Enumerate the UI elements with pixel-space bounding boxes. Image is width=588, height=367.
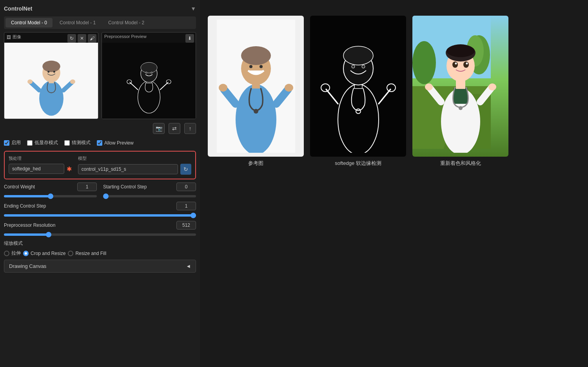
preprocessor-label-text: 预处理 xyxy=(9,155,72,161)
svg-point-32 xyxy=(260,65,263,68)
tab-control-model-1[interactable]: Control Model - 1 xyxy=(54,18,101,27)
preproc-resolution-slider[interactable] xyxy=(4,233,196,236)
svg-rect-34 xyxy=(319,20,397,153)
preprocessor-select-row: softedge_hed ✱ xyxy=(9,164,72,174)
gallery-row: 参考图 xyxy=(208,16,580,167)
ending-step-value: 1 xyxy=(176,202,196,210)
tabs-container: Control Model - 0 Control Model - 1 Cont… xyxy=(4,16,196,29)
anime-bg xyxy=(412,16,508,157)
gallery-item-nurse: 参考图 xyxy=(208,16,304,167)
svg-rect-53 xyxy=(454,88,468,104)
drawing-canvas-label: Drawing Canvas xyxy=(9,263,46,269)
gallery-caption-1: 参考图 xyxy=(248,160,263,167)
scale-crop-resize-radio xyxy=(23,251,29,256)
svg-point-30 xyxy=(241,46,271,65)
scale-resize-fill[interactable]: Resize and Fill xyxy=(68,250,106,257)
model-col: 模型 control_v11p_sd15_s ↻ xyxy=(78,155,191,175)
brush-image-btn[interactable]: 🖌 xyxy=(88,34,96,43)
svg-point-43 xyxy=(352,65,355,68)
preprocessor-select[interactable]: softedge_hed xyxy=(9,164,64,174)
checkbox-low-vram[interactable]: 低显存模式 xyxy=(27,139,58,146)
svg-line-54 xyxy=(430,88,441,102)
panel-title: ControlNet xyxy=(4,5,32,12)
panel-arrow[interactable]: ▼ xyxy=(191,5,196,12)
preproc-resolution-value: 512 xyxy=(176,221,196,230)
svg-point-62 xyxy=(452,61,458,68)
scale-crop-resize[interactable]: Crop and Resize xyxy=(23,250,65,257)
checkbox-enable[interactable]: 启用 xyxy=(4,139,21,146)
gallery-nurse-img xyxy=(208,16,304,157)
svg-point-26 xyxy=(219,84,227,92)
svg-point-31 xyxy=(249,65,252,68)
model-select[interactable]: control_v11p_sd15_s xyxy=(78,164,178,174)
anime-character-svg xyxy=(421,20,500,153)
scale-resize-fill-radio xyxy=(68,251,73,256)
checkboxes-row: 启用 低显存模式 猜测模式 Allow Preview xyxy=(4,138,196,148)
sliders-section: Control Weight 1 Starting Control Step 0… xyxy=(4,183,196,237)
svg-point-33 xyxy=(254,109,258,114)
drawing-canvas-icon: ◄ xyxy=(186,263,191,269)
svg-point-21 xyxy=(151,72,152,74)
model-refresh-btn[interactable]: ↻ xyxy=(180,164,191,175)
scale-mode-label: 缩放模式 xyxy=(4,240,196,247)
svg-point-5 xyxy=(70,80,75,84)
dual-slider-row: Control Weight 1 Starting Control Step 0 xyxy=(4,183,196,199)
model-label-text: 模型 xyxy=(78,155,191,161)
starting-step-slider[interactable] xyxy=(103,195,196,197)
ending-step-label: Ending Control Step xyxy=(4,203,51,209)
preprocessor-controls: ⬇ xyxy=(185,34,194,43)
scale-mode-section: 缩放模式 拉伸 Crop and Resize Resize and Fill xyxy=(4,240,196,257)
softedge-display xyxy=(102,43,196,119)
checkbox-allow-preview[interactable]: Allow Preview xyxy=(97,140,134,146)
svg-point-1 xyxy=(39,81,64,116)
svg-point-27 xyxy=(285,84,293,92)
scale-mode-buttons: 拉伸 Crop and Resize Resize and Fill xyxy=(4,250,196,257)
preprocessor-col: 预处理 softedge_hed ✱ xyxy=(9,155,72,175)
svg-point-10 xyxy=(53,71,55,73)
nurse-svg xyxy=(26,43,77,119)
gallery-item-anime: 重新着色和风格化 xyxy=(412,16,508,167)
preproc-model-row: 预处理 softedge_hed ✱ 模型 control_v11p_sd15_… xyxy=(9,155,191,175)
starting-step-label: Starting Control Step xyxy=(103,184,150,190)
preprocessor-label: Preprocessor Preview xyxy=(104,34,147,39)
nurse-white-bg xyxy=(208,16,304,157)
svg-point-44 xyxy=(362,65,365,68)
preproc-model-box: 预处理 softedge_hed ✱ 模型 control_v11p_sd15_… xyxy=(4,151,196,179)
gallery-softedge-img xyxy=(310,16,406,157)
ending-step-group: Ending Control Step 1 xyxy=(4,202,196,218)
svg-point-66 xyxy=(459,106,463,110)
refresh-image-btn[interactable]: ↻ xyxy=(67,34,76,43)
gallery-caption-2: softedge 软边缘检测 xyxy=(335,160,381,167)
action-row: 📷 ⇄ ↑ xyxy=(4,122,196,135)
ending-step-slider[interactable] xyxy=(4,214,196,217)
preproc-resolution-group: Preprocessor Resolution 512 xyxy=(4,221,196,237)
softedge-svg xyxy=(125,45,172,117)
svg-point-4 xyxy=(27,80,33,84)
panel-header: ControlNet ▼ xyxy=(4,4,196,13)
close-image-btn[interactable]: ✕ xyxy=(78,34,86,43)
svg-point-56 xyxy=(425,83,433,90)
preproc-resolution-header: Preprocessor Resolution 512 xyxy=(4,221,196,230)
camera-action-btn[interactable]: 📷 xyxy=(153,123,165,134)
control-weight-slider[interactable] xyxy=(4,195,97,197)
gallery-anime-img xyxy=(412,16,508,157)
swap-action-btn[interactable]: ⇄ xyxy=(169,123,180,134)
tab-control-model-0[interactable]: Control Model - 0 xyxy=(5,18,53,27)
right-panel: 参考图 xyxy=(200,0,588,367)
input-image-box[interactable]: 🖼 图像 ↻ ✕ 🖌 xyxy=(4,32,98,119)
download-preview-btn[interactable]: ⬇ xyxy=(185,34,194,43)
softedge-large-bg xyxy=(310,16,406,157)
scale-stretch[interactable]: 拉伸 xyxy=(4,250,21,257)
upload-action-btn[interactable]: ↑ xyxy=(184,123,196,134)
checkbox-guess-mode[interactable]: 猜测模式 xyxy=(64,139,91,146)
tab-control-model-2[interactable]: Control Model - 2 xyxy=(103,18,150,27)
svg-point-57 xyxy=(488,83,496,90)
softedge-large-svg xyxy=(319,20,397,153)
svg-point-9 xyxy=(47,71,49,73)
preprocessor-preview-box[interactable]: Preprocessor Preview ⬇ xyxy=(102,32,196,119)
starting-step-header: Starting Control Step 0 xyxy=(103,183,196,191)
control-weight-value: 1 xyxy=(77,183,97,191)
drawing-canvas-row[interactable]: Drawing Canvas ◄ xyxy=(4,260,196,273)
nurse-image-display xyxy=(4,43,98,119)
image-box-controls: ↻ ✕ 🖌 xyxy=(67,34,96,43)
